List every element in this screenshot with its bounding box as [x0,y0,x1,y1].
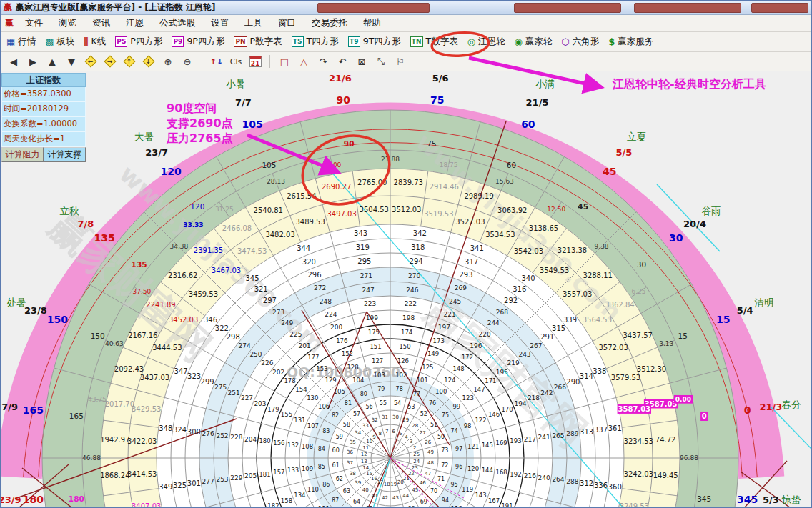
toolbar-item-quotes[interactable]: ▦行情 [6,36,36,48]
fit-view-button[interactable]: ⤡ [374,54,388,69]
wheel-value: 171 [485,377,496,384]
background-window-tab[interactable] [514,3,621,13]
zoom-out-button[interactable]: ⊖ [180,54,194,69]
wheel-value: 2989.19 [464,192,493,200]
toolbar-item-sectors[interactable]: ▩板块 [45,36,74,48]
wheel-value: 196 [470,342,482,349]
menu-帮助[interactable]: 帮助 [355,16,389,31]
wheel-value: 9.38 [595,243,609,250]
wheel-value: 34.38 [170,243,189,250]
wheel-value: 43 [392,495,399,501]
zoom-in-button[interactable]: ⊕ [161,54,175,69]
background-window-tab[interactable] [751,3,808,13]
wheel-value: 99 [452,403,460,410]
solar-term-label: 立夏 [627,131,647,142]
t-scale-button[interactable]: ↑↓ [209,54,224,69]
date-label: 21/6 [329,73,352,84]
toolbar-item-kline[interactable]: ⫼K线 [84,36,107,48]
rotate-ccw-button[interactable]: ↶ [335,54,350,69]
menu-浏览[interactable]: 浏览 [51,16,84,31]
annotation-space-note: 90度空间 支撑2690点 压力2765点 [167,101,233,146]
wheel-value: 3497.03 [327,210,356,218]
wheel-value: 3.13 [659,340,673,347]
wheel-value: 45 [578,202,588,211]
menu-窗口[interactable]: 窗口 [270,16,304,31]
toolbar-item-9t-square[interactable]: T99T四方形 [348,36,401,48]
wheel-value: 74.72 [655,436,676,444]
calendar-button[interactable]: 21 [248,54,262,69]
toolbar-item-hexagon[interactable]: ⬡六角形 [561,36,599,48]
gann-wheel[interactable]: 赢家财富网www.yinjia360.com赢家财富网www.yinjia360… [1,71,812,508]
wheel-value: 193 [510,437,521,444]
wheel-value: 82 [332,412,339,419]
menu-江恩[interactable]: 江恩 [118,16,152,31]
flag-tool-button[interactable]: ⚐ [393,54,407,69]
wheel-value: 43.75 [88,396,107,403]
menu-资讯[interactable]: 资讯 [84,16,118,31]
wheel-value: 203 [254,400,266,407]
page-up-button[interactable]: ▲ [45,54,59,69]
wheel-value: 2 [413,445,416,451]
wheel-value: 248 [320,298,332,305]
menu-文件[interactable]: 文件 [17,16,51,31]
rect-tool-button[interactable]: □ [277,54,292,69]
wheel-value: 3 [410,439,412,444]
cls-button[interactable]: Cls [229,54,243,69]
wheel-value: 3444.53 [152,344,182,352]
move-right-button[interactable]: → [103,54,117,69]
wheel-value: 291 [540,333,554,341]
menu-交易委托[interactable]: 交易委托 [304,16,355,31]
menu-设置[interactable]: 设置 [203,16,237,31]
delete-box-button[interactable]: ⊠ [355,54,369,69]
kline-label: K线 [91,36,107,48]
wheel-value: 316 [513,285,526,293]
wheel-value: 224 [325,311,337,318]
calc-support-button[interactable]: 计算支撑 [44,147,86,162]
rotate-cw-button[interactable]: ↷ [316,54,330,69]
date-label: 23/7 [145,147,168,158]
page-prev-button[interactable]: ◀ [6,54,21,69]
move-down-button[interactable]: ↓ [142,54,156,69]
hexagon-icon: ⬡ [561,36,569,47]
wheel-value: 12.50 [547,206,565,213]
move-up-button[interactable]: ↑ [122,54,137,69]
wheel-value: 229 [230,474,242,482]
wheel-value: 3557.03 [563,290,592,298]
toolbar-item-9p-square[interactable]: P99P四方形 [172,36,224,48]
wheel-value: 223 [364,300,376,307]
menu-工具[interactable]: 工具 [237,16,270,31]
toolbar-item-t-square[interactable]: TST四方形 [292,36,339,48]
wheel-value: 44 [402,493,409,499]
solar-term-label: 大暑 [134,131,154,142]
menu-公式选股[interactable]: 公式选股 [152,16,203,31]
t-square-icon: TS [292,36,304,47]
wheel-value: 150 [399,343,410,350]
page-down-button[interactable]: ▼ [64,54,79,69]
wheel-value: 133 [287,467,299,474]
wheel-value: 1942.97 [100,436,129,444]
toolbar-item-p-square[interactable]: PSP四方形 [115,36,162,48]
background-window-tab[interactable] [634,3,741,13]
toolbar-item-winner-service[interactable]: $赢家服务 [608,36,653,48]
toolbar-item-winner-wheel[interactable]: ◉赢家轮 [514,36,552,48]
wheel-value: 3063.92 [497,206,527,214]
date-label: 5/4 [737,305,753,316]
wheel-value: 95 [451,482,458,488]
wheel-value: 2241.89 [146,301,175,309]
wheel-value: 241 [538,434,550,441]
triangle-tool-button[interactable]: △ [297,54,311,69]
wheel-value: 169 [496,439,508,447]
t-square-label: T四方形 [307,36,339,48]
page-next-button[interactable]: ▶ [26,54,40,69]
wheel-value: 221 [443,311,455,318]
move-left-button[interactable]: ← [84,54,98,69]
toolbar-item-gann-wheel[interactable]: ◎江恩轮 [467,36,505,48]
toolbar-item-p-number-table[interactable]: PNP数字表 [234,36,282,48]
background-window-tab[interactable] [317,3,430,13]
wheel-value: 294 [410,257,423,265]
wheel-value: 3362.84 [605,301,634,309]
wheel-value: 97 [455,446,462,452]
calc-resistance-button[interactable]: 计算阻力 [1,147,44,162]
toolbar-item-t-number-table[interactable]: TNT数字表 [410,36,458,48]
wheel-value: 108 [302,443,313,450]
